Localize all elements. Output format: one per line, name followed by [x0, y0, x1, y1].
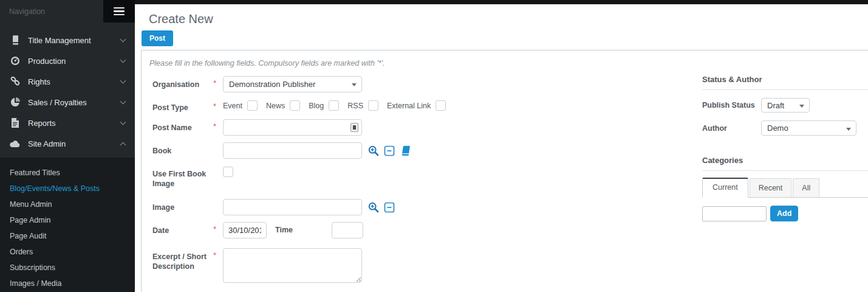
publish-status-row: Publish Status Draft: [702, 98, 868, 113]
required-mark: *: [213, 119, 223, 131]
post-name-label: Post Name: [152, 119, 213, 133]
rss-checkbox-label: RSS: [347, 102, 363, 110]
sidebar-submenu: Featured Titles Blog/Events/News & Posts…: [0, 158, 135, 292]
report-icon: [10, 118, 20, 128]
date-input[interactable]: [223, 222, 267, 238]
excerpt-row: Excerpt / Short Description *: [152, 248, 456, 283]
sidebar-item-rights[interactable]: Rights: [0, 71, 135, 92]
event-checkbox[interactable]: [247, 100, 258, 111]
organisation-label: Organisation: [152, 76, 213, 89]
time-label: Time: [275, 222, 293, 234]
book-icon: [10, 35, 20, 45]
caret-down-icon: [799, 105, 804, 108]
category-add-row: Add: [702, 206, 868, 221]
sidebar-item-featured-titles[interactable]: Featured Titles: [0, 165, 121, 181]
news-checkbox-label: News: [266, 102, 285, 110]
sidebar-item-label: Title Management: [28, 36, 91, 45]
categories-heading: Categories: [702, 156, 868, 171]
required-mark: *: [213, 248, 223, 260]
chevron-up-icon: [120, 142, 126, 148]
image-input[interactable]: [223, 199, 362, 215]
sidebar-item-page-audit[interactable]: Page Audit: [0, 228, 121, 244]
organisation-select-value: Demonstration Publisher: [229, 80, 315, 89]
categories-tabs: Current Recent All: [702, 178, 868, 198]
sidebar-item-label: Production: [28, 57, 66, 66]
sidebar-item-production[interactable]: Production: [0, 50, 135, 71]
book-lookup-icon[interactable]: [400, 145, 411, 156]
categories-block: Categories Current Recent All Add: [702, 156, 868, 221]
time-input[interactable]: [332, 222, 363, 238]
blog-checkbox[interactable]: [329, 100, 339, 111]
sidebar-item-subscriptions[interactable]: Subscriptions: [0, 260, 121, 276]
image-label: Image: [152, 199, 213, 212]
app-window: Navigation Title Management Production: [0, 0, 868, 292]
author-label: Author: [702, 124, 761, 133]
excerpt-label: Excerpt / Short Description: [152, 248, 213, 271]
external-link-checkbox[interactable]: [436, 100, 446, 111]
pie-chart-icon: [10, 97, 20, 107]
sidebar-nav: Title Management Production Rights: [0, 23, 135, 154]
blog-checkbox-label: Blog: [309, 102, 324, 110]
use-first-book-image-row: Use First Book Image: [152, 165, 456, 189]
post-type-label: Post Type: [152, 99, 213, 113]
sidebar-item-orders[interactable]: Orders: [0, 244, 121, 260]
event-checkbox-label: Event: [223, 102, 242, 110]
required-mark: *: [213, 99, 223, 111]
tab-current[interactable]: Current: [702, 178, 748, 198]
external-link-checkbox-label: External Link: [387, 102, 431, 110]
publish-status-label: Publish Status: [702, 101, 761, 109]
tab-recent[interactable]: Recent: [750, 178, 792, 197]
date-label: Date: [152, 222, 213, 235]
post-type-tab-button[interactable]: Post: [142, 30, 173, 46]
sidebar-title: Navigation: [0, 7, 45, 16]
sidebar-item-label: Rights: [28, 77, 50, 86]
date-time-row: Date * Time: [152, 222, 456, 238]
caret-down-icon: [352, 83, 357, 86]
required-mark: *: [213, 76, 223, 88]
sidebar-item-label: Site Admin: [28, 139, 66, 148]
category-input[interactable]: [702, 206, 767, 221]
sidebar-item-blog-events-news-posts[interactable]: Blog/Events/News & Posts: [0, 181, 121, 196]
sidebar-item-site-admin[interactable]: Site Admin: [0, 133, 135, 154]
organisation-select[interactable]: Demonstration Publisher: [223, 76, 362, 92]
book-row: Book: [152, 142, 456, 159]
post-type-row: Post Type * Event News Blog RSS External…: [152, 99, 456, 113]
author-row: Author Demo: [702, 120, 868, 136]
sidebar-item-reports[interactable]: Reports: [0, 113, 135, 133]
tab-all[interactable]: All: [793, 178, 819, 197]
book-search-zoom-icon[interactable]: [368, 145, 379, 156]
chevron-down-icon: [120, 36, 126, 42]
chevron-down-icon: [120, 98, 126, 104]
book-input[interactable]: [223, 142, 362, 159]
post-name-input[interactable]: [223, 119, 362, 136]
sidebar-header: Navigation: [0, 0, 135, 23]
sidebar-toggle-button[interactable]: [103, 0, 135, 23]
sidebar-item-title-management[interactable]: Title Management: [0, 30, 135, 50]
form-card: Please fill in the following fields. Com…: [141, 50, 868, 292]
image-search-zoom-icon[interactable]: [368, 202, 379, 213]
use-first-book-image-checkbox[interactable]: [223, 167, 233, 177]
image-clear-minus-icon[interactable]: [384, 202, 395, 213]
chevron-down-icon: [120, 77, 126, 83]
publish-status-value: Draft: [767, 101, 784, 110]
rss-checkbox[interactable]: [368, 100, 378, 111]
book-label: Book: [152, 142, 213, 156]
link-icon: [10, 77, 20, 86]
sidebar-item-page-admin[interactable]: Page Admin: [0, 212, 121, 228]
author-value: Demo: [767, 123, 788, 133]
book-clear-minus-icon[interactable]: [384, 145, 395, 156]
author-select[interactable]: Demo: [761, 120, 856, 136]
publish-status-select[interactable]: Draft: [761, 98, 810, 113]
sidebar-item-images-media[interactable]: Images / Media: [0, 276, 121, 291]
excerpt-textarea[interactable]: [223, 248, 362, 283]
use-first-book-image-label: Use First Book Image: [152, 165, 213, 189]
create-post-form: Organisation * Demonstration Publisher P…: [152, 76, 456, 292]
chevron-down-icon: [120, 57, 126, 63]
sidebar-item-label: Reports: [28, 119, 56, 128]
caret-down-icon: [846, 128, 851, 131]
add-category-button[interactable]: Add: [770, 206, 798, 221]
sidebar-item-menu-admin[interactable]: Menu Admin: [0, 196, 121, 212]
news-checkbox[interactable]: [290, 100, 300, 111]
top-bar: [135, 0, 868, 4]
sidebar-item-sales-royalties[interactable]: Sales / Royalties: [0, 92, 135, 113]
